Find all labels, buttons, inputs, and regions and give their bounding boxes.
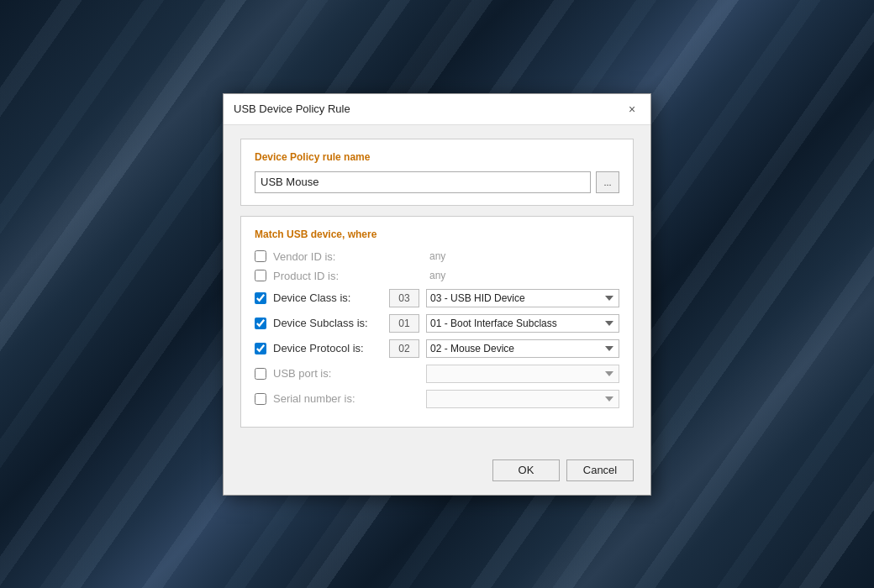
dialog-titlebar: USB Device Policy Rule × bbox=[224, 94, 650, 125]
policy-section-label: Device Policy rule name bbox=[255, 151, 619, 163]
protocol-select[interactable]: 02 - Mouse Device bbox=[426, 339, 619, 358]
protocol-checkbox[interactable] bbox=[255, 343, 266, 354]
criteria-row-port: USB port is: bbox=[255, 365, 619, 383]
criteria-row-protocol: Device Protocol is: 02 - Mouse Device bbox=[255, 339, 619, 358]
serial-label: Serial number is: bbox=[273, 392, 382, 405]
vendor-checkbox[interactable] bbox=[255, 250, 266, 262]
product-checkbox[interactable] bbox=[255, 270, 266, 281]
browse-button[interactable]: ... bbox=[596, 171, 619, 193]
protocol-code[interactable] bbox=[389, 339, 419, 358]
subclass-select[interactable]: 01 - Boot Interface Subclass bbox=[426, 314, 619, 333]
class-label: Device Class is: bbox=[273, 291, 382, 304]
class-select[interactable]: 03 - USB HID Device bbox=[426, 289, 619, 307]
criteria-row-subclass: Device Subclass is: 01 - Boot Interface … bbox=[255, 314, 619, 333]
vendor-any: any bbox=[426, 250, 445, 262]
policy-name-input[interactable] bbox=[255, 171, 591, 193]
policy-name-section: Device Policy rule name ... bbox=[240, 139, 634, 206]
port-select[interactable] bbox=[426, 365, 619, 383]
dialog-title: USB Device Policy Rule bbox=[234, 102, 350, 115]
serial-select[interactable] bbox=[426, 390, 619, 408]
subclass-code[interactable] bbox=[389, 314, 419, 333]
match-section: Match USB device, where Vendor ID is: an… bbox=[240, 216, 634, 428]
dialog-window: USB Device Policy Rule × Device Policy r… bbox=[223, 93, 651, 496]
port-label: USB port is: bbox=[273, 367, 382, 380]
dialog-body: Device Policy rule name ... Match USB de… bbox=[224, 125, 650, 451]
match-section-label: Match USB device, where bbox=[255, 228, 619, 240]
criteria-row-serial: Serial number is: bbox=[255, 390, 619, 408]
dialog-footer: OK Cancel bbox=[224, 451, 650, 495]
cancel-button[interactable]: Cancel bbox=[566, 459, 634, 481]
port-checkbox[interactable] bbox=[255, 368, 266, 380]
ok-button[interactable]: OK bbox=[492, 459, 560, 481]
class-checkbox[interactable] bbox=[255, 292, 266, 304]
criteria-row-product: Product ID is: any bbox=[255, 270, 619, 282]
serial-checkbox[interactable] bbox=[255, 393, 266, 405]
criteria-row-class: Device Class is: 03 - USB HID Device bbox=[255, 289, 619, 307]
criteria-row-vendor: Vendor ID is: any bbox=[255, 250, 619, 263]
class-code[interactable] bbox=[389, 289, 419, 307]
product-any: any bbox=[426, 270, 445, 281]
close-button[interactable]: × bbox=[624, 101, 640, 118]
subclass-label: Device Subclass is: bbox=[273, 317, 382, 329]
name-row: ... bbox=[255, 171, 619, 193]
subclass-checkbox[interactable] bbox=[255, 318, 266, 329]
vendor-label: Vendor ID is: bbox=[273, 250, 382, 263]
protocol-label: Device Protocol is: bbox=[273, 342, 382, 354]
product-label: Product ID is: bbox=[273, 270, 382, 282]
